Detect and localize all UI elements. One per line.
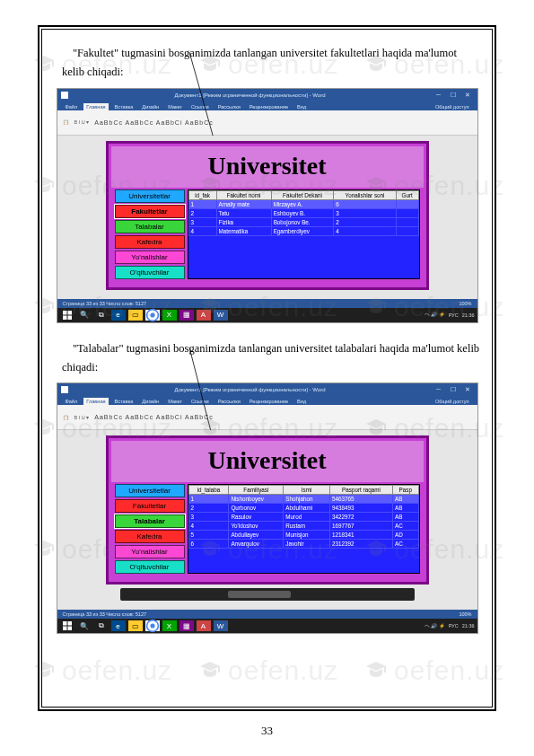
edge-icon[interactable]: e — [111, 620, 126, 631]
scroll-thumb[interactable] — [228, 591, 291, 598]
column-header[interactable]: Fakultet Dekani — [271, 190, 334, 199]
table-row[interactable]: 6AnvarqulovJavohir2312392AC — [188, 540, 418, 549]
table-cell: AD — [393, 531, 418, 540]
nav-btn-yo'nalishlar[interactable]: Yo'nalishlar — [115, 545, 185, 558]
task-lang[interactable]: РУС — [449, 312, 459, 318]
column-header[interactable]: Fakultet nomi — [216, 190, 271, 199]
table-row[interactable]: 2QurbonovAbdulhami9438493AB — [188, 504, 418, 513]
table-row[interactable]: 3FizikaBobojonov Be.2 — [188, 217, 418, 226]
table-row[interactable]: 3RasulovMurod3422972AB — [188, 513, 418, 522]
close-button[interactable]: ✕ — [461, 91, 474, 100]
tab-file[interactable]: Файл — [63, 103, 81, 110]
tray-icons[interactable]: ヘ 🔊 ⚡ — [425, 623, 445, 629]
table-row[interactable]: 5AbdullayevMunisjon1218341AD — [188, 531, 418, 540]
task-lang[interactable]: РУС — [449, 623, 459, 629]
task-view-icon[interactable]: ⧉ — [94, 310, 109, 321]
maximize-button[interactable]: ☐ — [447, 385, 460, 394]
nav-btn-kafedra[interactable]: Kafedra — [115, 530, 185, 543]
nav-btn-o'qituvchilar[interactable]: O'qituvchilar — [115, 266, 185, 279]
paste-icon[interactable]: 📋 — [63, 119, 69, 125]
tab-layout[interactable]: Макет — [165, 398, 185, 405]
nav-btn-o'qituvchilar[interactable]: O'qituvchilar — [115, 560, 185, 574]
tab-insert[interactable]: Вставка — [112, 398, 136, 405]
tab-design[interactable]: Дизайн — [139, 103, 162, 110]
table-cell: 3422972 — [329, 513, 392, 522]
app-title-2: Universitet — [207, 446, 326, 474]
styles-gallery[interactable]: AaBbCc AaBbCc AaBbCi AaBbCc — [94, 119, 213, 126]
tab-review[interactable]: Рецензирование — [247, 103, 291, 110]
app-icon[interactable]: ▦ — [179, 620, 194, 631]
grid-talabalar[interactable]: id_talabaFamiliyasiIsmiPasport raqamiPas… — [188, 485, 419, 549]
app-icon[interactable]: ▦ — [179, 310, 194, 321]
start-button[interactable] — [60, 620, 74, 631]
column-header[interactable]: Familiyasi — [229, 486, 284, 495]
column-header[interactable]: Pasp — [393, 486, 418, 495]
chrome-icon[interactable] — [145, 620, 160, 631]
zoom-level[interactable]: 100% — [459, 301, 471, 306]
tab-view[interactable]: Вид — [294, 398, 309, 405]
nav-btn-kafedra[interactable]: Kafedra — [115, 235, 185, 249]
horizontal-scrollbar[interactable] — [120, 588, 415, 601]
tab-references[interactable]: Ссылки — [188, 103, 212, 110]
tab-home[interactable]: Главная — [83, 398, 108, 405]
column-header[interactable]: Yonalishlar soni — [334, 190, 397, 199]
column-header[interactable]: id_talaba — [188, 486, 229, 495]
word-taskbar-icon[interactable]: W — [214, 310, 228, 321]
edge-icon[interactable]: e — [111, 310, 126, 321]
nav-btn-talabalar[interactable]: Talabalar — [115, 220, 185, 233]
font-controls[interactable]: B I U ▾ — [74, 415, 90, 420]
tab-references[interactable]: Ссылки — [188, 398, 212, 405]
column-header[interactable]: Gurt — [396, 190, 418, 199]
word-taskbar-icon[interactable]: W — [214, 620, 228, 631]
search-icon[interactable]: 🔍 — [77, 310, 92, 321]
share-button[interactable]: Общий доступ — [433, 398, 472, 405]
tab-review[interactable]: Рецензирование — [247, 398, 291, 405]
nav-btn-yo'nalishlar[interactable]: Yo'nalishlar — [115, 251, 185, 264]
tab-home[interactable]: Главная — [83, 103, 108, 110]
grid-fakultet[interactable]: id_fakFakultet nomiFakultet DekaniYonali… — [188, 190, 419, 236]
share-button[interactable]: Общий доступ — [433, 103, 472, 110]
explorer-icon[interactable]: ▭ — [128, 620, 143, 631]
nav-btn-talabalar[interactable]: Talabalar — [115, 514, 185, 528]
chrome-icon[interactable] — [145, 310, 160, 321]
close-button[interactable]: ✕ — [461, 385, 474, 394]
start-button[interactable] — [60, 310, 74, 321]
font-controls[interactable]: B I U ▾ — [74, 119, 90, 125]
table-cell: AB — [393, 513, 418, 522]
access-icon[interactable]: A — [197, 310, 211, 321]
table-row[interactable]: 4MatematikaEgamberdiyev4 — [188, 226, 418, 235]
maximize-button[interactable]: ☐ — [447, 91, 460, 100]
tab-layout[interactable]: Макет — [165, 103, 185, 110]
tab-insert[interactable]: Вставка — [112, 103, 136, 110]
caption-talabalar-text: "Talabalar" tugmasini bosganimizda tanla… — [62, 342, 479, 374]
table-row[interactable]: 2TatuEshboyev B.3 — [188, 208, 418, 217]
excel-icon[interactable]: X — [162, 310, 177, 321]
column-header[interactable]: Ismi — [284, 486, 330, 495]
tab-mailings[interactable]: Рассылки — [215, 103, 243, 110]
tray-icons[interactable]: ヘ 🔊 ⚡ — [425, 312, 445, 318]
excel-icon[interactable]: X — [162, 620, 177, 631]
tab-view[interactable]: Вид — [294, 103, 309, 110]
nav-btn-universitetlar[interactable]: Universitetlar — [115, 484, 185, 497]
table-row[interactable]: 4Yo'ldoshovRustam1697767AC — [188, 522, 418, 531]
table-row[interactable]: 1NishonboyevShohjahon5463765AB — [188, 495, 418, 504]
column-header[interactable]: id_fak — [188, 190, 216, 199]
access-icon[interactable]: A — [197, 620, 211, 631]
table-cell: Murod — [284, 513, 330, 522]
nav-btn-fakultetlar[interactable]: Fakultetlar — [115, 205, 185, 218]
table-row[interactable]: 1Amaliy mateMirzayev A.6 — [188, 199, 418, 208]
minimize-button[interactable]: ─ — [433, 385, 445, 394]
zoom-level[interactable]: 100% — [459, 611, 471, 617]
styles-gallery[interactable]: AaBbCc AaBbCc AaBbCi AaBbCc — [94, 414, 213, 420]
nav-btn-fakultetlar[interactable]: Fakultetlar — [115, 499, 185, 513]
column-header[interactable]: Pasport raqami — [329, 486, 392, 495]
tab-design[interactable]: Дизайн — [139, 398, 162, 405]
tab-file[interactable]: Файл — [63, 398, 81, 405]
search-icon[interactable]: 🔍 — [77, 620, 92, 631]
minimize-button[interactable]: ─ — [433, 91, 445, 100]
task-view-icon[interactable]: ⧉ — [94, 620, 109, 631]
explorer-icon[interactable]: ▭ — [128, 310, 143, 321]
paste-icon[interactable]: 📋 — [63, 415, 69, 420]
nav-btn-universitetlar[interactable]: Universitetlar — [115, 189, 185, 203]
tab-mailings[interactable]: Рассылки — [215, 398, 243, 405]
